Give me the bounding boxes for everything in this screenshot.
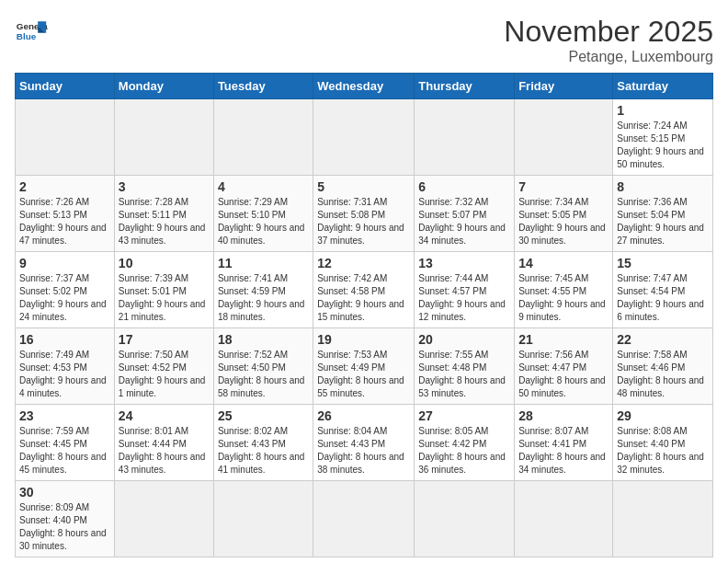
header: General Blue November 2025 Petange, Luxe…: [15, 15, 713, 65]
calendar-day-cell: [213, 481, 313, 557]
day-number: 26: [317, 408, 410, 423]
calendar-day-cell: 29Sunrise: 8:08 AM Sunset: 4:40 PM Dayli…: [613, 405, 713, 481]
calendar-day-cell: 25Sunrise: 8:02 AM Sunset: 4:43 PM Dayli…: [213, 405, 313, 481]
calendar-day-cell: 5Sunrise: 7:31 AM Sunset: 5:08 PM Daylig…: [313, 176, 415, 252]
day-number: 13: [418, 256, 510, 270]
calendar-day-cell: 11Sunrise: 7:41 AM Sunset: 4:59 PM Dayli…: [213, 252, 313, 328]
day-header-saturday: Saturday: [613, 74, 713, 99]
calendar-week-row: 2Sunrise: 7:26 AM Sunset: 5:13 PM Daylig…: [16, 176, 713, 252]
calendar-day-cell: [16, 99, 115, 176]
day-number: 27: [418, 408, 510, 423]
day-info: Sunrise: 7:42 AM Sunset: 4:58 PM Dayligh…: [317, 272, 410, 324]
day-number: 5: [317, 179, 410, 194]
day-number: 2: [19, 179, 110, 194]
day-info: Sunrise: 7:56 AM Sunset: 4:47 PM Dayligh…: [518, 349, 609, 400]
day-number: 22: [617, 332, 709, 347]
day-number: 1: [617, 103, 709, 118]
calendar-week-row: 30Sunrise: 8:09 AM Sunset: 4:40 PM Dayli…: [16, 481, 713, 557]
day-header-tuesday: Tuesday: [213, 74, 313, 99]
day-number: 11: [218, 256, 309, 270]
day-header-wednesday: Wednesday: [313, 74, 415, 99]
calendar-week-row: 1Sunrise: 7:24 AM Sunset: 5:15 PM Daylig…: [16, 99, 713, 176]
calendar-header-row: SundayMondayTuesdayWednesdayThursdayFrid…: [16, 74, 713, 99]
calendar-day-cell: 19Sunrise: 7:53 AM Sunset: 4:49 PM Dayli…: [313, 328, 415, 405]
day-info: Sunrise: 7:52 AM Sunset: 4:50 PM Dayligh…: [218, 349, 309, 400]
calendar-day-cell: 8Sunrise: 7:36 AM Sunset: 5:04 PM Daylig…: [613, 176, 713, 252]
day-number: 18: [218, 332, 309, 347]
day-number: 6: [418, 179, 510, 194]
calendar-day-cell: 4Sunrise: 7:29 AM Sunset: 5:10 PM Daylig…: [213, 176, 313, 252]
day-number: 24: [119, 408, 210, 423]
calendar-day-cell: 24Sunrise: 8:01 AM Sunset: 4:44 PM Dayli…: [114, 405, 213, 481]
day-number: 12: [317, 256, 410, 270]
calendar-day-cell: 1Sunrise: 7:24 AM Sunset: 5:15 PM Daylig…: [613, 99, 713, 176]
logo: General Blue: [15, 15, 48, 48]
day-number: 4: [218, 179, 309, 194]
month-title: November 2025: [504, 15, 713, 49]
day-info: Sunrise: 7:55 AM Sunset: 4:48 PM Dayligh…: [418, 349, 510, 400]
day-info: Sunrise: 8:08 AM Sunset: 4:40 PM Dayligh…: [617, 425, 709, 477]
day-info: Sunrise: 7:59 AM Sunset: 4:45 PM Dayligh…: [19, 425, 110, 477]
calendar-day-cell: 10Sunrise: 7:39 AM Sunset: 5:01 PM Dayli…: [114, 252, 213, 328]
calendar-day-cell: 13Sunrise: 7:44 AM Sunset: 4:57 PM Dayli…: [415, 252, 515, 328]
calendar-day-cell: 28Sunrise: 8:07 AM Sunset: 4:41 PM Dayli…: [515, 405, 613, 481]
day-header-monday: Monday: [114, 74, 213, 99]
day-number: 8: [617, 179, 709, 194]
calendar-week-row: 23Sunrise: 7:59 AM Sunset: 4:45 PM Dayli…: [16, 405, 713, 481]
day-number: 17: [119, 332, 210, 347]
day-info: Sunrise: 8:07 AM Sunset: 4:41 PM Dayligh…: [518, 425, 609, 477]
day-number: 20: [418, 332, 510, 347]
day-header-sunday: Sunday: [16, 74, 115, 99]
title-area: November 2025 Petange, Luxembourg: [504, 15, 713, 65]
calendar-day-cell: [415, 99, 515, 176]
calendar-week-row: 9Sunrise: 7:37 AM Sunset: 5:02 PM Daylig…: [16, 252, 713, 328]
day-number: 16: [19, 332, 110, 347]
day-info: Sunrise: 7:37 AM Sunset: 5:02 PM Dayligh…: [19, 272, 110, 324]
calendar-day-cell: 2Sunrise: 7:26 AM Sunset: 5:13 PM Daylig…: [16, 176, 115, 252]
calendar-day-cell: [415, 481, 515, 557]
calendar-day-cell: [114, 481, 213, 557]
day-number: 15: [617, 256, 709, 270]
day-info: Sunrise: 8:01 AM Sunset: 4:44 PM Dayligh…: [119, 425, 210, 477]
calendar-day-cell: 12Sunrise: 7:42 AM Sunset: 4:58 PM Dayli…: [313, 252, 415, 328]
day-info: Sunrise: 7:39 AM Sunset: 5:01 PM Dayligh…: [119, 272, 210, 324]
day-info: Sunrise: 7:41 AM Sunset: 4:59 PM Dayligh…: [218, 272, 309, 324]
day-header-thursday: Thursday: [415, 74, 515, 99]
calendar-day-cell: 9Sunrise: 7:37 AM Sunset: 5:02 PM Daylig…: [16, 252, 115, 328]
day-number: 21: [518, 332, 609, 347]
day-info: Sunrise: 7:36 AM Sunset: 5:04 PM Dayligh…: [617, 196, 709, 247]
calendar-day-cell: 14Sunrise: 7:45 AM Sunset: 4:55 PM Dayli…: [515, 252, 613, 328]
calendar-day-cell: [515, 481, 613, 557]
calendar-day-cell: 6Sunrise: 7:32 AM Sunset: 5:07 PM Daylig…: [415, 176, 515, 252]
day-number: 23: [19, 408, 110, 423]
day-header-friday: Friday: [515, 74, 613, 99]
svg-text:Blue: Blue: [17, 31, 37, 41]
day-number: 28: [518, 408, 609, 423]
calendar-day-cell: 3Sunrise: 7:28 AM Sunset: 5:11 PM Daylig…: [114, 176, 213, 252]
calendar-day-cell: 23Sunrise: 7:59 AM Sunset: 4:45 PM Dayli…: [16, 405, 115, 481]
day-info: Sunrise: 7:44 AM Sunset: 4:57 PM Dayligh…: [418, 272, 510, 324]
day-info: Sunrise: 8:04 AM Sunset: 4:43 PM Dayligh…: [317, 425, 410, 477]
day-info: Sunrise: 7:28 AM Sunset: 5:11 PM Dayligh…: [119, 196, 210, 247]
calendar-day-cell: 22Sunrise: 7:58 AM Sunset: 4:46 PM Dayli…: [613, 328, 713, 405]
day-info: Sunrise: 7:24 AM Sunset: 5:15 PM Dayligh…: [617, 120, 709, 171]
day-number: 30: [19, 485, 110, 500]
day-number: 7: [518, 179, 609, 194]
day-info: Sunrise: 8:02 AM Sunset: 4:43 PM Dayligh…: [218, 425, 309, 477]
day-info: Sunrise: 8:09 AM Sunset: 4:40 PM Dayligh…: [19, 501, 110, 553]
calendar-day-cell: 16Sunrise: 7:49 AM Sunset: 4:53 PM Dayli…: [16, 328, 115, 405]
calendar-day-cell: 18Sunrise: 7:52 AM Sunset: 4:50 PM Dayli…: [213, 328, 313, 405]
calendar-day-cell: [313, 481, 415, 557]
day-number: 29: [617, 408, 709, 423]
calendar-week-row: 16Sunrise: 7:49 AM Sunset: 4:53 PM Dayli…: [16, 328, 713, 405]
day-info: Sunrise: 7:34 AM Sunset: 5:05 PM Dayligh…: [518, 196, 609, 247]
generalblue-logo-icon: General Blue: [15, 15, 48, 48]
calendar-day-cell: 20Sunrise: 7:55 AM Sunset: 4:48 PM Dayli…: [415, 328, 515, 405]
calendar-day-cell: [613, 481, 713, 557]
calendar-day-cell: 21Sunrise: 7:56 AM Sunset: 4:47 PM Dayli…: [515, 328, 613, 405]
calendar-day-cell: 27Sunrise: 8:05 AM Sunset: 4:42 PM Dayli…: [415, 405, 515, 481]
day-info: Sunrise: 7:53 AM Sunset: 4:49 PM Dayligh…: [317, 349, 410, 400]
calendar-day-cell: [114, 99, 213, 176]
day-number: 14: [518, 256, 609, 270]
day-info: Sunrise: 7:50 AM Sunset: 4:52 PM Dayligh…: [119, 349, 210, 400]
